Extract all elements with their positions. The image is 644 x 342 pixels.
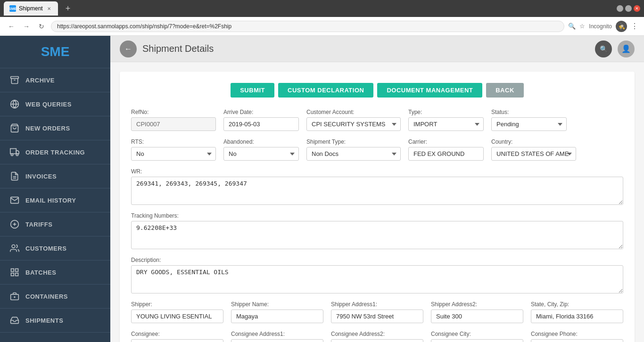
description-textarea[interactable]: DRY GOODS, ESSENTIAL OILS — [131, 265, 623, 293]
reload-btn[interactable]: ↻ — [36, 21, 47, 32]
consignee-city-group: Consignee City: — [431, 331, 523, 342]
type-label: Type: — [408, 109, 484, 115]
sidebar-item-email-history[interactable]: EMAIL HISTORY — [0, 188, 110, 212]
sidebar-item-archive[interactable]: ARCHIVE — [0, 68, 110, 92]
tracking-numbers-textarea[interactable]: 9.62208E+33 — [131, 221, 623, 249]
header-left: ← Shipment Details — [120, 41, 214, 57]
svg-rect-15 — [11, 269, 14, 272]
tracking-numbers-label: Tracking Numbers: — [131, 212, 623, 219]
custom-declaration-btn[interactable]: CUSTOM DECLARATION — [278, 83, 373, 98]
state-city-zip-label: State, City, Zip: — [531, 301, 623, 308]
customer-account-select[interactable]: CPI SECURITY SYSTEMS — [306, 117, 401, 131]
address-bar: ← → ↻ https://areopost.sanmolapps.com/sh… — [0, 17, 644, 36]
rts-label: RTS: — [131, 138, 216, 145]
sidebar-item-tariffs[interactable]: TARIFFS — [0, 212, 110, 236]
sidebar-item-batches[interactable]: BATCHES — [0, 261, 110, 285]
consignee-input[interactable] — [131, 339, 223, 342]
consignee-address2-input[interactable] — [331, 339, 423, 342]
header-search-btn[interactable]: 🔍 — [595, 41, 612, 57]
address-right: 🔍 ☆ Incognito 🕵 ⋮ — [568, 21, 638, 32]
shipper-name-input[interactable] — [231, 309, 323, 323]
shipper-address1-input[interactable] — [331, 309, 423, 323]
sidebar-item-customers[interactable]: CUSTOMERS — [0, 236, 110, 261]
shipper-address2-input[interactable] — [431, 309, 523, 323]
forward-nav-btn[interactable]: → — [21, 21, 32, 32]
shipment-type-select[interactable]: Non Docs — [306, 147, 401, 161]
consignee-city-input[interactable] — [431, 339, 523, 342]
tab-close-btn[interactable]: ✕ — [46, 5, 52, 12]
form-row-tracking: Tracking Numbers: 9.62208E+33 — [131, 212, 623, 249]
tracking-numbers-group: Tracking Numbers: 9.62208E+33 — [131, 212, 623, 249]
back-btn[interactable]: BACK — [486, 83, 524, 98]
consignee-address1-input[interactable] — [231, 339, 323, 342]
minimize-btn[interactable] — [617, 5, 623, 12]
consignee-address2-label: Consignee Address2: — [331, 331, 423, 337]
shipper-group: Shipper: — [131, 301, 223, 323]
browser-menu-btn[interactable]: ⋮ — [631, 22, 638, 31]
abandoned-group: Abandoned: No — [223, 138, 299, 161]
arrive-date-input[interactable] — [223, 117, 299, 131]
globe-icon — [9, 99, 20, 109]
ref-no-label: RefNo: — [131, 109, 216, 115]
status-select[interactable]: Pending — [491, 117, 567, 131]
customer-account-group: Customer Account: CPI SECURITY SYSTEMS — [306, 109, 401, 131]
document-management-btn[interactable]: DOCUMENT MANAGEMENT — [377, 83, 482, 98]
search-icon-addr: 🔍 — [568, 23, 576, 30]
sidebar-item-shipments[interactable]: SHIPMENTS — [0, 309, 110, 333]
customers-icon — [9, 243, 20, 253]
consignee-address1-label: Consignee Address1: — [231, 331, 323, 337]
sidebar-item-web-queries[interactable]: WEB QUERIES — [0, 92, 110, 116]
sidebar-item-order-tracking[interactable]: ORDER TRACKING — [0, 140, 110, 164]
ref-no-group: RefNo: — [131, 109, 216, 131]
tariff-icon — [9, 219, 20, 229]
browser-tab[interactable]: SME Shipment ✕ — [4, 1, 58, 16]
rts-select[interactable]: No — [131, 147, 216, 161]
consignee-city-label: Consignee City: — [431, 331, 523, 337]
carrier-input[interactable] — [408, 147, 484, 161]
new-tab-btn[interactable]: + — [62, 4, 74, 14]
batches-icon — [9, 267, 20, 277]
sidebar-logo: SME — [0, 36, 110, 68]
country-label: Country: — [491, 138, 576, 145]
form-row-description: Description: DRY GOODS, ESSENTIAL OILS — [131, 257, 623, 293]
country-select[interactable]: UNITED STATES OF AME — [491, 147, 576, 161]
sidebar-item-new-orders[interactable]: NEW ORDERS — [0, 116, 110, 140]
url-bar[interactable]: https://areopost.sanmolapps.com/ship/nsh… — [51, 21, 564, 32]
state-city-zip-input[interactable] — [531, 309, 623, 323]
cart-icon — [9, 123, 20, 133]
sidebar-item-containers[interactable]: CONTAINERS — [0, 285, 110, 309]
back-circle-btn[interactable]: ← — [120, 41, 137, 57]
window-controls: ✕ — [617, 5, 640, 12]
type-group: Type: IMPORT — [408, 109, 484, 131]
close-btn[interactable]: ✕ — [634, 5, 640, 12]
user-avatar[interactable]: 👤 — [618, 41, 635, 57]
wr-label: WR: — [131, 168, 623, 175]
shipper-name-label: Shipper Name: — [231, 301, 323, 308]
maximize-btn[interactable] — [625, 5, 632, 12]
back-nav-btn[interactable]: ← — [6, 21, 17, 32]
abandoned-select[interactable]: No — [223, 147, 299, 161]
arrive-date-label: Arrive Date: — [223, 109, 299, 115]
sidebar-label-containers: CONTAINERS — [25, 293, 68, 300]
consignee-phone-input[interactable] — [531, 339, 623, 342]
wr-group: WR: 269341, 269343, 269345, 269347 — [131, 168, 623, 205]
status-label: Status: — [491, 109, 567, 115]
submit-btn[interactable]: SUBMIT — [231, 83, 274, 98]
sidebar-label-email-history: EMAIL HISTORY — [25, 197, 76, 204]
shipper-input[interactable] — [131, 309, 223, 323]
type-select[interactable]: IMPORT — [408, 117, 484, 131]
carrier-group: Carrier: — [408, 138, 484, 161]
description-group: Description: DRY GOODS, ESSENTIAL OILS — [131, 257, 623, 293]
shipper-address1-label: Shipper Address1: — [331, 301, 423, 308]
sidebar-item-invoices[interactable]: INVOICES — [0, 164, 110, 188]
bookmark-icon: ☆ — [579, 23, 585, 30]
ref-no-input[interactable] — [131, 117, 216, 131]
svg-rect-5 — [10, 149, 16, 154]
shipper-address1-group: Shipper Address1: — [331, 301, 423, 323]
form-row-2: RTS: No Abandoned: No Shipment Type: Non… — [131, 138, 623, 161]
sidebar-label-new-orders: NEW ORDERS — [25, 125, 70, 132]
containers-icon — [9, 291, 20, 301]
carrier-label: Carrier: — [408, 138, 484, 145]
customer-account-label: Customer Account: — [306, 109, 401, 115]
wr-textarea[interactable]: 269341, 269343, 269345, 269347 — [131, 177, 623, 205]
